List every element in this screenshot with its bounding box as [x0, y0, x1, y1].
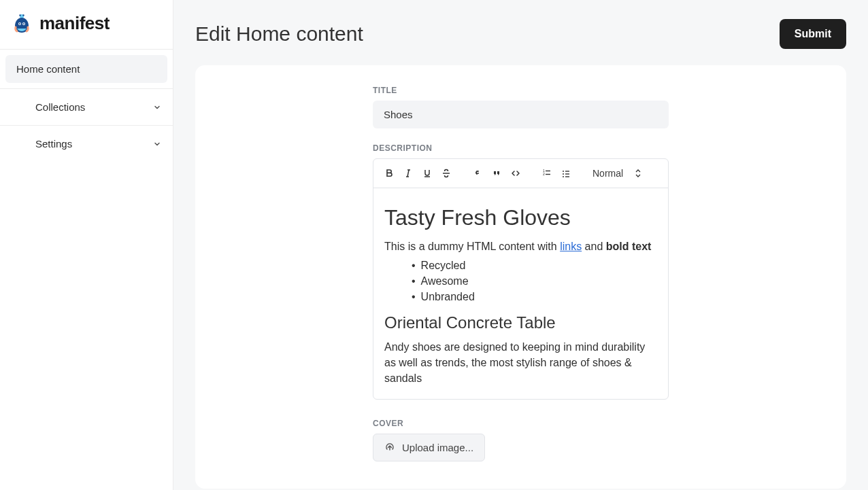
svg-text:2: 2	[543, 172, 545, 176]
brand-logo[interactable]: manifest	[0, 0, 173, 50]
rich-text-editor: 12 Normal Tasty Fresh Gloves This is a d…	[373, 158, 669, 400]
sidebar-item-home-content[interactable]: Home content	[5, 55, 167, 83]
editor-toolbar: 12 Normal	[373, 159, 668, 188]
form-card: TITLE DESCRIPTION	[195, 65, 846, 489]
svg-point-18	[563, 173, 564, 175]
editor-content[interactable]: Tasty Fresh Gloves This is a dummy HTML …	[373, 188, 668, 399]
unordered-list-icon[interactable]	[557, 164, 575, 182]
bold-icon[interactable]	[380, 164, 398, 182]
ordered-list-icon[interactable]: 12	[538, 164, 556, 182]
content-heading-2: Oriental Concrete Table	[384, 311, 657, 335]
underline-icon[interactable]	[418, 164, 436, 182]
chevron-down-icon	[152, 139, 162, 149]
link-icon[interactable]	[469, 164, 486, 182]
main-content: Edit Home content Submit TITLE DESCRIPTI…	[173, 0, 868, 490]
description-label: DESCRIPTION	[373, 143, 669, 153]
chevron-down-icon	[152, 103, 162, 112]
upload-image-button[interactable]: Upload image...	[373, 434, 485, 461]
page-title: Edit Home content	[195, 22, 363, 46]
content-bold: bold text	[606, 241, 652, 252]
sidebar-item-label: Settings	[35, 138, 72, 150]
sidebar-item-collections[interactable]: Collections	[0, 89, 173, 125]
list-item: Recycled	[412, 258, 657, 273]
upload-icon	[384, 442, 395, 453]
svg-point-6	[23, 23, 24, 24]
code-icon[interactable]	[507, 164, 524, 182]
list-item: Unbranded	[412, 289, 657, 304]
sidebar-item-settings[interactable]: Settings	[0, 126, 173, 162]
strikethrough-icon[interactable]	[437, 164, 455, 182]
svg-point-2	[19, 14, 20, 16]
select-caret-icon	[635, 169, 641, 177]
svg-point-5	[19, 23, 20, 24]
title-label: TITLE	[373, 86, 669, 95]
italic-icon[interactable]	[399, 164, 417, 182]
sidebar-item-label: Home content	[16, 63, 80, 75]
page-header: Edit Home content Submit	[195, 19, 846, 49]
brand-name: manifest	[39, 13, 110, 34]
svg-line-9	[407, 170, 409, 177]
content-link[interactable]: links	[560, 241, 582, 252]
blockquote-icon[interactable]	[488, 164, 505, 182]
svg-point-17	[563, 171, 564, 172]
svg-point-19	[563, 176, 564, 177]
content-heading-1: Tasty Fresh Gloves	[384, 202, 657, 233]
submit-button[interactable]: Submit	[780, 19, 846, 49]
content-paragraph: Andy shoes are designed to keeping in mi…	[384, 339, 657, 387]
sidebar: manifest Home content Collections Settin…	[0, 0, 173, 490]
format-select[interactable]: Normal	[588, 168, 645, 179]
content-list: Recycled Awesome Unbranded	[384, 258, 657, 305]
brand-logo-icon	[11, 12, 33, 34]
content-paragraph: This is a dummy HTML content with links …	[384, 239, 657, 254]
cover-label: COVER	[373, 419, 669, 428]
sidebar-item-label: Collections	[35, 101, 85, 113]
svg-point-1	[22, 14, 24, 16]
upload-button-label: Upload image...	[402, 442, 473, 453]
format-select-value: Normal	[592, 168, 623, 179]
list-item: Awesome	[412, 273, 657, 289]
title-input[interactable]	[373, 101, 669, 128]
